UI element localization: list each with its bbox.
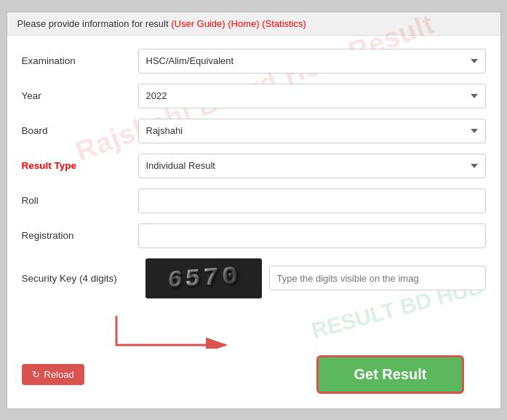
board-row: Board Rajshahi Dhaka Chittagong Sylhet C…	[22, 119, 486, 143]
security-key-row: Security Key (4 digits) 6570	[22, 258, 486, 298]
result-type-label: Result Type	[22, 160, 138, 171]
statistics-link[interactable]: (Statistics)	[262, 18, 306, 29]
registration-row: Registration	[22, 223, 486, 248]
info-bar: Please provide information for result (U…	[7, 12, 500, 36]
arrow-icon	[58, 309, 247, 349]
examination-row: Examination HSC/Alim/Equivalent SSC/Dakh…	[22, 49, 486, 74]
board-select[interactable]: Rajshahi Dhaka Chittagong Sylhet Comilla…	[138, 119, 486, 143]
year-select[interactable]: 2022 2021 2020 2019	[138, 84, 486, 108]
reload-icon: ↻	[32, 369, 40, 380]
info-text: Please provide information for result	[17, 18, 172, 29]
registration-input[interactable]	[138, 223, 486, 248]
security-key-label: Security Key (4 digits)	[22, 273, 138, 284]
reload-label: Reload	[44, 369, 74, 380]
result-type-select[interactable]: Individual Result Institution Result	[138, 154, 486, 178]
roll-label: Roll	[22, 195, 138, 206]
buttons-row: ↻ Reload Get Result	[22, 355, 486, 394]
captcha-image: 6570	[145, 258, 262, 298]
year-label: Year	[22, 90, 138, 101]
get-result-button[interactable]: Get Result	[316, 355, 463, 394]
roll-input[interactable]	[138, 189, 486, 213]
arrow-container	[22, 309, 486, 352]
roll-row: Roll	[22, 189, 486, 213]
result-type-row: Result Type Individual Result Institutio…	[22, 154, 486, 178]
examination-label: Examination	[22, 55, 138, 66]
captcha-number: 6570	[167, 262, 243, 295]
main-container: Please provide information for result (U…	[7, 12, 501, 409]
board-label: Board	[22, 125, 138, 136]
reload-button[interactable]: ↻ Reload	[22, 364, 84, 385]
form-area: Rajshahi Board HSC Result RESULT BD HUB …	[7, 36, 500, 408]
user-guide-link[interactable]: (User Guide)	[171, 18, 225, 29]
home-link[interactable]: (Home)	[228, 18, 259, 29]
captcha-input[interactable]	[269, 266, 486, 290]
year-row: Year 2022 2021 2020 2019	[22, 84, 486, 108]
registration-label: Registration	[22, 230, 138, 241]
examination-select[interactable]: HSC/Alim/Equivalent SSC/Dakhil/Equivalen…	[138, 49, 486, 74]
